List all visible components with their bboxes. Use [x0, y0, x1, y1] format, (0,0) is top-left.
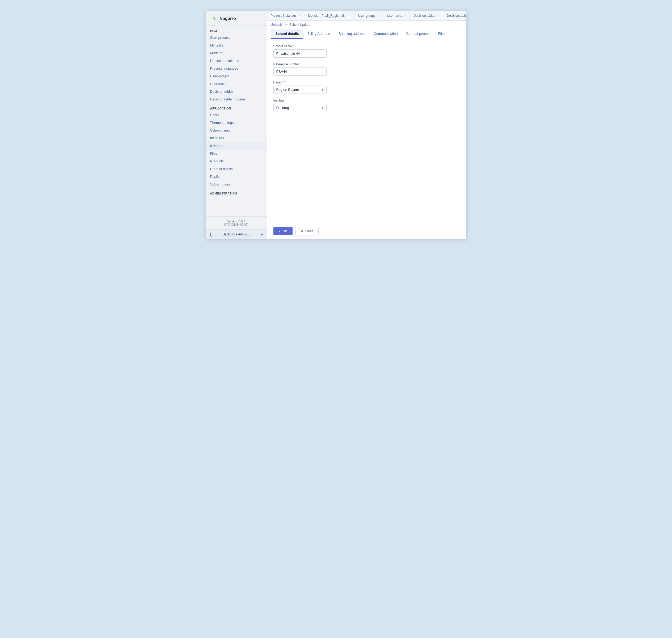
bpm-section-label: BPM: [206, 26, 267, 34]
sidebar-footer: Version: 0.8.0 UTC (GMT+00:00): [206, 216, 267, 229]
form-group-reference-number: Reference number: [273, 63, 460, 76]
tab-user-tasks-close[interactable]: ×: [404, 14, 406, 17]
sidebar-item-process-instances[interactable]: Process instances: [206, 65, 267, 72]
institute-select[interactable]: Freiburg München Berlin: [273, 104, 326, 112]
close-button[interactable]: ⊘ Close: [295, 226, 319, 235]
form-footer: ✓ OK ⊘ Close: [267, 223, 466, 239]
breadcrumb: Schools > School Update: [267, 21, 466, 29]
tab-user-groups[interactable]: User groups ×: [354, 12, 383, 20]
tab-decision-table-modeler-label: Decision table modeler (): [447, 14, 466, 18]
sidebar-item-subscriptions[interactable]: Subscriptions: [206, 181, 267, 188]
region-label: Region*: [273, 81, 460, 84]
version-label: Version: 0.8.0: [210, 220, 263, 223]
sidebar-bottom-bar: ❮ Backoffice Admin... ⇥: [206, 229, 267, 239]
sidebar-item-modeler[interactable]: Modeler: [206, 49, 267, 57]
tab-user-groups-close[interactable]: ×: [377, 14, 379, 17]
sidebar-item-start-process[interactable]: Start process: [206, 34, 267, 41]
sidebar-item-school-users[interactable]: School users: [206, 127, 267, 134]
sidebar-item-decision-tables[interactable]: Decision tables: [206, 88, 267, 96]
sidebar-item-product-history[interactable]: Product history: [206, 165, 267, 173]
tab-process-instances-close[interactable]: ×: [299, 14, 300, 17]
region-select[interactable]: Region Bayern Region Berlin Region Hambu…: [273, 86, 326, 94]
tab-shipping-address[interactable]: Shipping address: [334, 29, 369, 39]
breadcrumb-separator: >: [285, 23, 287, 27]
app-name: Nagarro: [220, 16, 236, 21]
tab-decision-tables[interactable]: Decision tables ×: [410, 12, 443, 20]
tabs-bar: Process instances × Modeler (Pupil_Regis…: [267, 11, 466, 21]
tab-modeler[interactable]: Modeler (Pupil_Registrati... ×: [304, 12, 354, 20]
sidebar-user-name: Backoffice Admin...: [223, 233, 250, 236]
close-icon: ⊘: [300, 229, 303, 233]
tab-process-instances[interactable]: Process instances ×: [267, 12, 304, 20]
inner-tabs: School details Billing Address Shipping …: [267, 29, 466, 39]
tab-decision-tables-label: Decision tables: [414, 14, 435, 18]
sidebar-item-institutes[interactable]: Institutes: [206, 134, 267, 142]
sidebar-back-icon[interactable]: ❮: [209, 232, 212, 236]
sidebar-item-theme-settings[interactable]: Theme settings: [206, 119, 267, 127]
sidebar-item-my-tasks[interactable]: My tasks: [206, 41, 267, 49]
nagarro-logo-icon: N: [210, 15, 218, 22]
tab-school-details[interactable]: School details: [271, 29, 303, 39]
sidebar-item-schools[interactable]: Schools: [206, 142, 267, 150]
sidebar-item-process-definitions[interactable]: Process definitions: [206, 57, 267, 65]
ok-button[interactable]: ✓ OK: [273, 227, 293, 235]
institute-select-wrapper: Freiburg München Berlin ▼: [273, 104, 326, 112]
sidebar-user-icon[interactable]: ⇥: [261, 232, 264, 236]
school-name-required: *: [292, 44, 294, 48]
tab-contact-person[interactable]: Contact person: [402, 29, 434, 39]
tab-communication[interactable]: Communication: [369, 29, 402, 39]
administration-section-label: Administration: [206, 188, 267, 196]
sidebar-item-users[interactable]: Users: [206, 111, 267, 119]
tab-modeler-label: Modeler (Pupil_Registrati...: [308, 14, 347, 18]
application-section-label: Application: [206, 103, 267, 111]
ok-icon: ✓: [278, 229, 281, 233]
form-group-school-name: School name*: [273, 44, 460, 58]
tab-user-tasks[interactable]: User tasks ×: [383, 12, 410, 20]
sidebar-logo: N Nagarro: [206, 11, 267, 26]
reference-number-input[interactable]: [273, 67, 326, 76]
school-name-label: School name*: [273, 44, 460, 48]
region-required: *: [284, 81, 285, 84]
breadcrumb-parent[interactable]: Schools: [271, 23, 283, 27]
breadcrumb-current: School Update: [289, 23, 310, 27]
tab-modeler-close[interactable]: ×: [349, 14, 350, 17]
sidebar-item-user-groups[interactable]: User groups: [206, 72, 267, 80]
form-group-region: Region* Region Bayern Region Berlin Regi…: [273, 81, 460, 94]
sidebar-item-pupils[interactable]: Pupils: [206, 173, 267, 181]
tab-files[interactable]: Files: [434, 29, 450, 39]
tab-decision-table-modeler[interactable]: Decision table modeler () ×: [443, 12, 466, 20]
form-body: School name* Reference number Region*: [267, 39, 466, 122]
main-content: Process instances × Modeler (Pupil_Regis…: [267, 11, 466, 239]
svg-text:N: N: [212, 16, 215, 21]
reference-number-label: Reference number: [273, 63, 460, 66]
school-name-input[interactable]: [273, 49, 326, 58]
sidebar-item-decision-table-modeler[interactable]: Decision table modeler: [206, 96, 267, 103]
form-group-institute: Institute Freiburg München Berlin ▼: [273, 99, 460, 112]
sidebar-item-files[interactable]: Files: [206, 150, 267, 157]
utc-label: UTC (GMT+00:00): [210, 223, 263, 226]
tab-process-instances-label: Process instances: [271, 14, 297, 18]
sidebar-item-products[interactable]: Products: [206, 157, 267, 165]
close-label: Close: [305, 229, 314, 233]
tab-user-groups-label: User groups: [358, 14, 375, 18]
region-select-wrapper: Region Bayern Region Berlin Region Hambu…: [273, 86, 326, 94]
institute-label: Institute: [273, 99, 460, 102]
tab-user-tasks-label: User tasks: [387, 14, 402, 18]
form-area: School name* Reference number Region*: [267, 39, 466, 223]
tab-billing-address[interactable]: Billing Address: [303, 29, 334, 39]
ok-label: OK: [283, 229, 288, 233]
tab-decision-tables-close[interactable]: ×: [437, 14, 439, 17]
sidebar: N Nagarro BPM Start process My tasks Mod…: [206, 11, 267, 239]
sidebar-item-user-tasks[interactable]: User tasks: [206, 80, 267, 88]
